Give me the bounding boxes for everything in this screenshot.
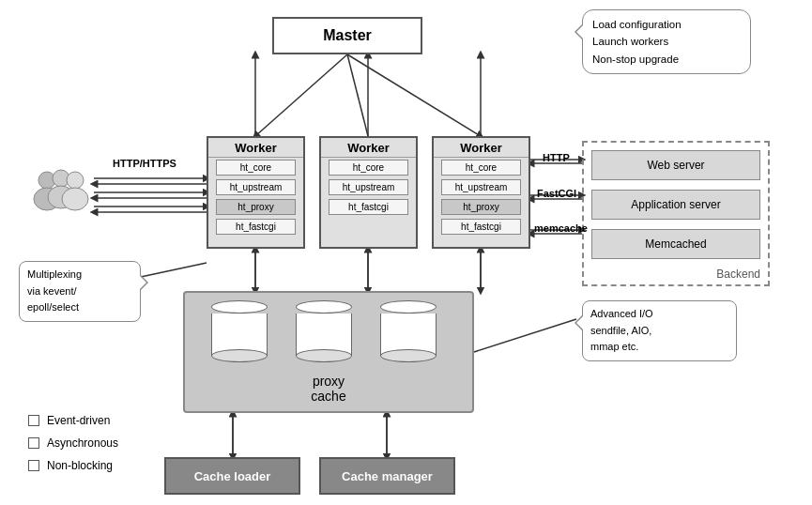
- backend-box: Web server Application server Memcached …: [582, 141, 770, 286]
- drum3-top: [380, 300, 437, 314]
- drum2-bottom: [296, 349, 352, 362]
- legend-item-2: Asynchronous: [28, 432, 118, 454]
- drum-3: [380, 300, 437, 362]
- cr-line2: sendfile, AIO,: [590, 325, 651, 336]
- legend-box-2: [28, 437, 39, 449]
- svg-line-2: [347, 54, 481, 136]
- legend-item-3: Non-blocking: [28, 454, 118, 477]
- http-label: HTTP: [543, 152, 570, 163]
- svg-line-0: [255, 54, 347, 136]
- legend-label-3: Non-blocking: [47, 454, 113, 477]
- svg-point-35: [62, 188, 88, 210]
- w3-m2: ht_upstream: [441, 179, 522, 195]
- svg-point-34: [67, 172, 84, 189]
- worker-box-1: Worker ht_core ht_upstream ht_proxy ht_f…: [207, 136, 305, 249]
- backend-label: Backend: [716, 268, 760, 281]
- proxy-cache-area: proxycache: [183, 291, 474, 413]
- w3-m3: ht_proxy: [441, 199, 522, 215]
- cl-line2: via kevent/: [27, 285, 77, 297]
- drum2-top: [296, 300, 352, 314]
- legend-label-1: Event-driven: [47, 409, 110, 432]
- legend-label-2: Asynchronous: [47, 432, 118, 454]
- callout-right: Advanced I/O sendfile, AIO, mmap etc.: [582, 300, 737, 361]
- worker-box-2: Worker ht_core ht_upstream ht_fastcgi: [319, 136, 418, 249]
- legend-box-1: [28, 415, 39, 426]
- drum-2: [296, 300, 352, 362]
- memcached-box: Memcached: [591, 229, 760, 259]
- cache-manager-box: Cache manager: [319, 457, 455, 495]
- drum-1: [211, 300, 268, 362]
- cr-line1: Advanced I/O: [590, 308, 653, 319]
- w3-m1: ht_core: [441, 160, 522, 176]
- drum1-bottom: [211, 349, 268, 362]
- worker2-title: Worker: [321, 138, 416, 158]
- memcache-label: memcache: [534, 222, 588, 234]
- legend: Event-driven Asynchronous Non-blocking: [28, 409, 118, 477]
- master-label: Master: [323, 27, 372, 44]
- callout-master: Load configuration Launch workers Non-st…: [582, 9, 751, 74]
- cl-line1: Multiplexing: [27, 268, 82, 280]
- memcached-label: Memcached: [645, 237, 706, 251]
- diagram: Master Load configuration Launch workers…: [0, 0, 812, 505]
- cache-manager-label: Cache manager: [342, 469, 433, 483]
- cache-loader-label: Cache loader: [194, 469, 271, 483]
- w1-m3: ht_proxy: [216, 199, 297, 215]
- callout-master-line1: Load configuration: [592, 16, 741, 33]
- drum3-bottom: [380, 349, 437, 362]
- w2-m1: ht_core: [329, 160, 409, 176]
- web-server-box: Web server: [591, 150, 760, 180]
- http-https-label: HTTP/HTTPS: [113, 158, 176, 169]
- drum1-top: [211, 300, 268, 314]
- w1-m2: ht_upstream: [216, 179, 297, 195]
- w1-m4: ht_fastcgi: [216, 219, 297, 235]
- users-icon: [28, 167, 94, 223]
- master-box: Master: [272, 17, 422, 54]
- fastcgi-label: FastCGI: [537, 188, 576, 199]
- cr-line3: mmap etc.: [590, 341, 638, 352]
- w3-m4: ht_fastcgi: [441, 219, 522, 235]
- app-server-label: Application server: [631, 198, 720, 211]
- proxy-cache-label: proxycache: [185, 374, 472, 404]
- worker1-title: Worker: [208, 138, 303, 158]
- legend-item-1: Event-driven: [28, 409, 118, 432]
- svg-line-29: [474, 319, 576, 352]
- w2-m2: ht_upstream: [329, 179, 409, 195]
- web-server-label: Web server: [647, 159, 704, 172]
- w2-m3: ht_fastcgi: [329, 199, 409, 215]
- callout-left: Multiplexing via kevent/ epoll/select: [19, 261, 141, 322]
- w1-m1: ht_core: [216, 160, 297, 176]
- callout-master-line2: Launch workers: [592, 33, 741, 50]
- app-server-box: Application server: [591, 190, 760, 220]
- legend-box-3: [28, 460, 39, 471]
- cache-loader-box: Cache loader: [164, 457, 300, 495]
- callout-master-line3: Non-stop upgrade: [592, 51, 741, 68]
- worker-box-3: Worker ht_core ht_upstream ht_proxy ht_f…: [432, 136, 530, 249]
- worker3-title: Worker: [434, 138, 529, 158]
- svg-line-1: [347, 54, 368, 136]
- cl-line3: epoll/select: [27, 301, 79, 313]
